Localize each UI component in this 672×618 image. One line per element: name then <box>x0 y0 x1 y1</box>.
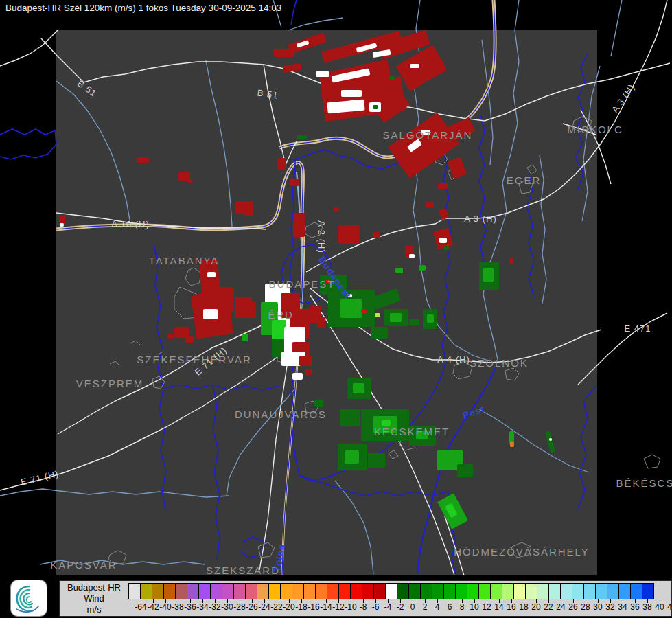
city-label: VESZPREM <box>76 378 144 389</box>
legend-color-cell <box>163 583 176 599</box>
legend-color-cell <box>513 583 526 599</box>
city-label: DUNAUJVAROS <box>235 409 327 420</box>
legend-color-cell <box>420 583 432 599</box>
road-label: B 51 <box>76 78 99 99</box>
legend-color-cell <box>128 583 141 599</box>
city-label: SZEKESFEHERVAR <box>137 354 251 365</box>
legend-color-cell <box>303 583 316 599</box>
city-label: KECSKEMET <box>374 426 450 437</box>
legend-tick-label: 42 <box>660 602 672 612</box>
road-label: B 51 <box>257 87 279 100</box>
legend-color-cell <box>187 583 199 599</box>
city-label: KAPOSVAR <box>50 559 117 571</box>
city-label: ÉRD <box>268 309 294 321</box>
legend-color-cell <box>315 583 327 599</box>
legend-color-cell <box>583 583 596 599</box>
legend-color-cell <box>198 583 211 599</box>
legend-color-cell <box>490 583 502 599</box>
city-label: EGER <box>507 174 542 186</box>
road-label: A 4 (H) <box>437 354 470 365</box>
legend-color-cell <box>537 583 549 599</box>
legend-color-cell <box>408 583 421 599</box>
city-label: SZOLNOK <box>470 357 529 369</box>
legend-color-bar <box>128 583 672 599</box>
legend-color-cell <box>175 583 187 599</box>
legend-color-cell <box>373 583 386 599</box>
legend-color-cell <box>280 583 292 599</box>
cyclone-spiral-icon <box>11 580 47 616</box>
legend-color-cell <box>327 583 339 599</box>
legend-color-cell <box>397 583 409 599</box>
legend-color-cell <box>362 583 374 599</box>
legend-model-line: Wind <box>61 593 127 604</box>
legend-color-cell <box>292 583 304 599</box>
county-label: Tolna <box>272 542 288 572</box>
cyclone-spiral-logo <box>11 580 47 616</box>
legend-color-cell <box>630 583 642 599</box>
legend-color-cell <box>210 583 222 599</box>
legend-model-line: m/s <box>61 604 127 615</box>
city-label: MISKOLC <box>567 124 623 135</box>
legend-color-cell <box>152 583 164 599</box>
legend-color-cell <box>257 583 269 599</box>
legend-color-cell <box>607 583 619 599</box>
legend-color-cell <box>140 583 152 599</box>
city-label: TATABANYA <box>149 255 220 266</box>
road-label: A 10 (H) <box>111 219 150 229</box>
legend-panel: Budapest-HR Wind m/s -64-42-40-38-36-34-… <box>59 580 672 617</box>
county-label: Pest <box>461 403 486 422</box>
page-title: Budapest-HR Szél 120km (m/s) 1 fokos Tue… <box>5 3 281 13</box>
legend-color-cell <box>385 583 397 599</box>
city-label: SZEKSZARD <box>206 564 280 576</box>
legend-color-cell <box>618 583 631 599</box>
legend-color-cell <box>642 583 654 599</box>
city-label: HÓDMEZŐVÁSÁRHELY <box>454 546 590 558</box>
legend-color-cell <box>245 583 257 599</box>
city-label: BÉKÉSCSABA <box>616 477 672 489</box>
legend-color-cell <box>233 583 246 599</box>
legend-color-cell <box>548 583 561 599</box>
legend-color-cell <box>443 583 456 599</box>
legend-color-cell <box>525 583 537 599</box>
legend-color-cell <box>432 583 444 599</box>
legend-color-cell <box>350 583 362 599</box>
legend-color-cell <box>268 583 281 599</box>
city-label: BUDAPEST <box>269 278 336 290</box>
legend-model-text: Budapest-HR Wind m/s <box>61 582 127 615</box>
road-label: E 471 <box>625 323 651 334</box>
road-label: A 2 (H) <box>316 220 327 253</box>
road-label: A 3 (H) <box>610 82 637 114</box>
legend-color-cell <box>595 583 607 599</box>
legend-color-cell <box>502 583 514 599</box>
legend-color-cell <box>478 583 491 599</box>
legend-color-cell <box>572 583 584 599</box>
legend-model-line: Budapest-HR <box>61 582 127 593</box>
legend-color-cell <box>455 583 467 599</box>
road-label: E 71 (H) <box>20 468 60 487</box>
legend-color-cell <box>338 583 351 599</box>
legend-color-cell <box>222 583 234 599</box>
legend-color-cell <box>467 583 479 599</box>
city-label: SALGÓTARJÁN <box>383 129 473 141</box>
map-label-layer: SALGÓTARJÁNMISKOLCEGERTATABANYABUDAPESTÉ… <box>0 0 672 575</box>
legend-color-cell <box>560 583 572 599</box>
road-label: A 3 (H) <box>464 214 496 224</box>
radar-page: SALGÓTARJÁNMISKOLCEGERTATABANYABUDAPESTÉ… <box>0 0 672 618</box>
